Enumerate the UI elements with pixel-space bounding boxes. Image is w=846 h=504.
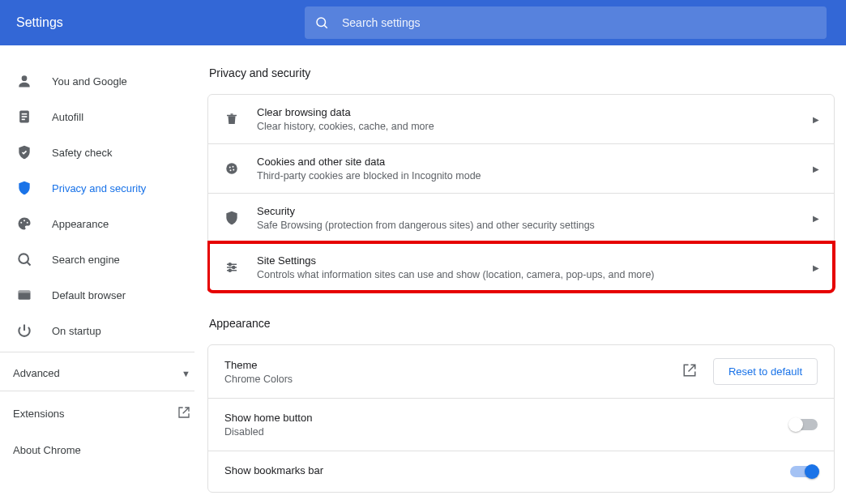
sidebar-item-label: You and Google (52, 75, 127, 88)
tune-icon (223, 260, 241, 275)
extensions-label: Extensions (13, 408, 65, 420)
person-icon (16, 73, 32, 89)
shield-icon (16, 180, 32, 196)
sidebar-item-label: On startup (52, 325, 101, 337)
browser-icon (16, 287, 32, 303)
autofill-icon (16, 109, 32, 125)
search-icon (314, 15, 329, 30)
advanced-label: Advanced (13, 367, 60, 379)
sidebar-item-label: Privacy and security (52, 182, 146, 194)
sidebar-item-label: Appearance (52, 218, 109, 230)
extensions-link[interactable]: Extensions (0, 395, 207, 433)
row-subtitle: Controls what information sites can use … (257, 269, 797, 280)
cookie-icon (223, 161, 241, 176)
chevron-right-icon: ▶ (813, 115, 819, 124)
svg-point-2 (22, 75, 28, 81)
power-icon (16, 322, 32, 339)
svg-point-17 (233, 169, 234, 171)
svg-point-15 (229, 167, 231, 169)
chevron-down-icon: ▼ (182, 369, 190, 378)
privacy-row-clear-browsing-data[interactable]: Clear browsing dataClear history, cookie… (208, 95, 834, 143)
svg-line-1 (324, 25, 327, 28)
privacy-row-security[interactable]: SecuritySafe Browsing (protection from d… (208, 193, 834, 242)
svg-point-24 (229, 269, 231, 271)
shield-icon (223, 210, 241, 226)
divider (0, 352, 194, 352)
sidebar-item-label: Search engine (52, 254, 120, 266)
row-title: Cookies and other site data (257, 156, 797, 168)
sidebar-item-autofill[interactable]: Autofill (0, 99, 207, 135)
row-subtitle: Clear history, cookies, cache, and more (257, 121, 797, 132)
about-label: About Chrome (13, 444, 81, 456)
bookmarks-bar-toggle[interactable] (790, 466, 818, 477)
shield-check-icon (16, 144, 32, 160)
theme-title: Theme (224, 359, 666, 371)
appearance-card: Theme Chrome Colors Reset to default Sho… (207, 344, 835, 493)
search-icon (16, 251, 32, 267)
divider (0, 391, 194, 391)
sidebar-item-you-and-google[interactable]: You and Google (0, 63, 207, 99)
sidebar-item-appearance[interactable]: Appearance (0, 206, 207, 241)
main-content: Privacy and security Clear browsing data… (207, 45, 846, 504)
appearance-section-heading: Appearance (209, 317, 835, 330)
sidebar-item-label: Safety check (52, 147, 112, 159)
row-title: Clear browsing data (257, 106, 797, 118)
theme-row[interactable]: Theme Chrome Colors Reset to default (208, 345, 834, 398)
svg-point-8 (24, 220, 25, 221)
chevron-right-icon: ▶ (813, 214, 819, 223)
page-title: Settings (13, 15, 272, 30)
row-subtitle: Safe Browsing (protection from dangerous… (257, 220, 797, 231)
svg-point-23 (233, 267, 235, 269)
advanced-toggle[interactable]: Advanced ▼ (0, 356, 207, 387)
privacy-section-heading: Privacy and security (209, 66, 835, 79)
svg-point-10 (19, 254, 28, 263)
svg-point-14 (226, 163, 237, 174)
search-field[interactable] (305, 6, 827, 39)
svg-point-9 (27, 222, 28, 224)
sidebar-item-search-engine[interactable]: Search engine (0, 241, 207, 277)
svg-point-7 (20, 222, 22, 224)
svg-rect-13 (19, 290, 31, 293)
show-bookmarks-bar-row[interactable]: Show bookmarks bar (208, 451, 834, 492)
reset-to-default-button[interactable]: Reset to default (713, 358, 818, 385)
sidebar-item-privacy-and-security[interactable]: Privacy and security (0, 170, 207, 206)
svg-rect-5 (22, 116, 28, 117)
chevron-right-icon: ▶ (813, 164, 819, 173)
sidebar-item-label: Default browser (52, 289, 126, 301)
sidebar-item-safety-check[interactable]: Safety check (0, 135, 207, 170)
app-header: Settings (0, 0, 846, 45)
privacy-card: Clear browsing dataClear history, cookie… (207, 94, 835, 293)
privacy-row-site-settings[interactable]: Site SettingsControls what information s… (208, 242, 834, 292)
row-subtitle: Third-party cookies are blocked in Incog… (257, 170, 797, 182)
search-input[interactable] (342, 16, 817, 29)
show-home-button-row[interactable]: Show home button Disabled (208, 398, 834, 451)
svg-rect-4 (22, 113, 28, 115)
svg-line-11 (28, 263, 31, 266)
trash-icon (223, 112, 241, 126)
row-title: Site Settings (257, 254, 797, 267)
sidebar-item-label: Autofill (52, 111, 83, 123)
sidebar-item-on-startup[interactable]: On startup (0, 313, 207, 348)
home-button-title: Show home button (224, 412, 774, 424)
home-button-toggle[interactable] (790, 419, 818, 430)
home-button-sub: Disabled (224, 426, 774, 438)
chevron-right-icon: ▶ (813, 263, 819, 272)
about-chrome-link[interactable]: About Chrome (0, 433, 207, 468)
bookmarks-bar-title: Show bookmarks bar (224, 464, 774, 476)
svg-rect-6 (22, 119, 25, 121)
sidebar: You and GoogleAutofillSafety checkPrivac… (0, 45, 207, 504)
svg-point-22 (229, 263, 231, 266)
sidebar-item-default-browser[interactable]: Default browser (0, 277, 207, 313)
privacy-row-cookies-and-other-site-data[interactable]: Cookies and other site dataThird-party c… (208, 143, 834, 193)
open-in-new-icon (177, 406, 190, 421)
svg-point-0 (317, 18, 326, 27)
row-title: Security (257, 205, 797, 217)
svg-point-16 (233, 166, 234, 168)
theme-sub: Chrome Colors (224, 374, 666, 385)
svg-point-18 (230, 169, 232, 171)
open-in-new-icon (682, 363, 697, 380)
palette-icon (16, 216, 32, 232)
